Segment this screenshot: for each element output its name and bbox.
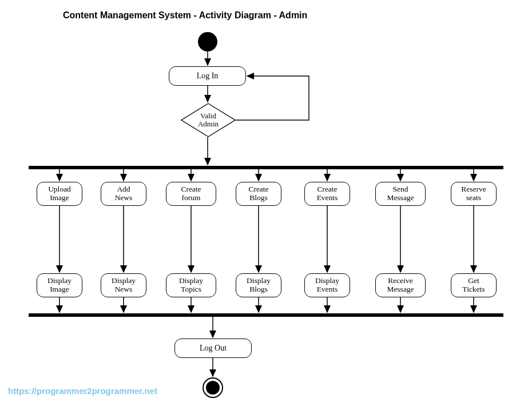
activity-display-news: Display News <box>101 273 146 297</box>
label: Upload Image <box>48 185 71 202</box>
activity-reserve-seats: Reserve seats <box>451 182 497 206</box>
label: Receive Message <box>387 277 414 294</box>
activity-logout: Log Out <box>174 339 252 358</box>
activity-send-message: Send Message <box>375 182 426 206</box>
activity-get-tickets: Get Tickets <box>451 273 497 297</box>
label: Display Events <box>315 277 339 294</box>
final-node-icon <box>203 377 223 398</box>
initial-node-icon <box>198 32 217 51</box>
activity-logout-label: Log Out <box>200 344 227 353</box>
label: Create Blogs <box>248 185 268 202</box>
label: Send Message <box>387 185 414 202</box>
activity-display-image: Display Image <box>37 273 82 297</box>
activity-create-events: Create Events <box>304 182 350 206</box>
watermark-url: https://programmer2programmer.net <box>8 386 157 396</box>
activity-display-blogs: Display Blogs <box>236 273 281 297</box>
label: Display News <box>112 277 136 294</box>
label: Display Image <box>47 277 72 294</box>
label: Create forum <box>181 185 201 202</box>
decision-label: Valid Admin <box>198 112 219 129</box>
label: Get Tickets <box>462 277 485 294</box>
activity-create-forum: Create forum <box>166 182 216 206</box>
label: Reserve seats <box>461 185 486 202</box>
diagram-title: Content Management System - Activity Dia… <box>63 10 307 21</box>
fork-bar <box>29 166 503 169</box>
label: Create Events <box>317 185 338 202</box>
join-bar <box>29 313 503 317</box>
label: Add News <box>115 185 133 202</box>
activity-display-topics: Display Topics <box>166 273 216 297</box>
activity-display-events: Display Events <box>304 273 350 297</box>
activity-login-label: Log In <box>197 71 219 81</box>
label: Display Topics <box>179 277 203 294</box>
activity-receive-message: Receive Message <box>375 273 426 297</box>
decision-valid-admin: Valid Admin <box>181 103 236 137</box>
activity-upload-image: Upload Image <box>37 182 82 206</box>
label: Display Blogs <box>247 277 271 294</box>
activity-add-news: Add News <box>101 182 146 206</box>
activity-login: Log In <box>169 66 246 86</box>
activity-create-blogs: Create Blogs <box>236 182 281 206</box>
